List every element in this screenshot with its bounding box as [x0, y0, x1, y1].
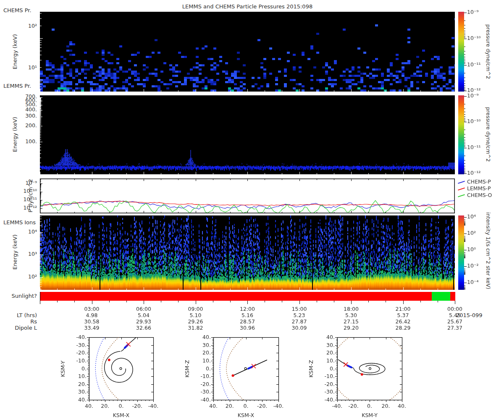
lemms-panel-label: LEMMS Pr. — [3, 83, 31, 89]
orbit-y-tick-label: 40. — [316, 334, 335, 340]
colorbar2-tick-label: 10⁻¹¹ — [467, 144, 481, 150]
time-tick-label: 18:00 — [338, 306, 365, 312]
orbit-x-tick-label: -20. — [253, 403, 271, 409]
orbit-y-tick-label: -20. — [68, 350, 87, 356]
legend-line-swatch — [458, 181, 465, 184]
sunlight-segment — [450, 292, 455, 301]
orbit-x-tick-label: 20. — [220, 403, 239, 409]
colorbar2-tick-label: 10⁻⁹ — [467, 93, 479, 99]
orbit-x-axis-title: KSM-X — [105, 412, 138, 418]
colorbar3-tick-label: 10⁴ — [467, 214, 476, 220]
legend-line-swatch — [458, 187, 465, 190]
rs-value: 27.15 — [338, 319, 365, 325]
orbit-plot-xz-canvas — [209, 333, 283, 404]
colorbar1-tick-label: 10⁻¹¹ — [467, 62, 481, 68]
row-label-rs: Rs — [3, 319, 37, 325]
dipole-l-value: 27.37 — [441, 325, 468, 331]
lemms-y-tick-label: 400. — [15, 107, 37, 113]
ions-spectrogram-canvas — [40, 215, 455, 290]
dipole-l-value: 32.66 — [130, 325, 157, 331]
page-title: LEMMS and CHEMS Particle Pressures 2015:… — [142, 3, 352, 10]
orbit-x-tick-label: -20. — [344, 403, 363, 409]
orbit-y-tick-label: 20. — [68, 381, 87, 387]
pressure-y-tick-label: 10⁻⁹ — [15, 180, 37, 186]
colorbar2-tick-label: 10⁻¹² — [467, 170, 481, 176]
pressure-colorbar-top — [458, 12, 469, 92]
lt-value: 5.45 — [441, 312, 468, 318]
orbit-y-tick-label: 20. — [192, 350, 211, 356]
orbit-y-tick-label: 10. — [316, 358, 335, 364]
time-tick-label: 06:00 — [130, 306, 157, 312]
orbit-y-tick-label: -20. — [316, 381, 335, 387]
orbit-y-tick-label: -10. — [316, 373, 335, 379]
legend-item-label: CHEMS-P — [467, 179, 491, 185]
orbit-x-tick-label: 40. — [393, 403, 411, 409]
figure: LEMMS and CHEMS Particle Pressures 2015:… — [0, 0, 504, 420]
rs-value: 27.87 — [286, 319, 313, 325]
orbit-y-tick-label: -10. — [68, 358, 87, 364]
dipole-l-value: 33.49 — [79, 325, 105, 331]
orbit-y-tick-label: -30. — [192, 389, 211, 395]
orbit-y-tick-label: -40. — [316, 397, 335, 403]
ions-y-tick-label: 10³ — [15, 251, 37, 257]
orbit-y-axis-title: KSM-Y — [60, 348, 66, 390]
dipole-l-value: 29.20 — [338, 325, 365, 331]
orbit-x-tick-label: 20. — [377, 403, 395, 409]
rs-value: 25.67 — [441, 319, 468, 325]
ions-y-tick-label: 10⁴ — [15, 229, 37, 235]
colorbar2-tick-label: 10⁻¹⁰ — [467, 118, 481, 124]
orbit-plot-xy-canvas — [85, 333, 158, 404]
pressure-y-tick-label: 10⁻¹¹ — [15, 197, 37, 202]
lt-value: 5.23 — [286, 312, 313, 318]
orbit-y-tick-label: 30. — [316, 342, 335, 348]
chems-spectrogram-canvas — [40, 12, 455, 92]
lt-value: 5.30 — [338, 312, 365, 318]
pressure-y-tick-label: 10⁻¹⁰ — [15, 188, 37, 194]
pressure-y-tick-label: 10⁻¹² — [15, 205, 37, 211]
orbit-y-axis-title: KSM-Z — [184, 348, 191, 390]
lemms-y-tick-label: 100. — [15, 139, 37, 144]
orbit-y-tick-label: -30. — [68, 342, 87, 348]
pressure-lineplot-canvas — [40, 178, 455, 213]
lt-value: 5.16 — [234, 312, 261, 318]
orbit-plot-yz-canvas — [333, 333, 406, 404]
rs-value: 28.57 — [234, 319, 261, 325]
row-label-dipole: Dipole L — [3, 325, 37, 331]
orbit-y-tick-label: 40. — [68, 397, 87, 403]
orbit-y-tick-label: 0. — [68, 366, 87, 372]
colorbar1-tick-label: 10⁻⁹ — [467, 9, 479, 15]
time-tick-label: 21:00 — [390, 306, 417, 312]
chems-y-tick-label: 10¹ — [15, 65, 37, 71]
rs-value: 30.58 — [79, 319, 105, 325]
orbit-y-tick-label: -40. — [192, 397, 211, 403]
time-tick-label: 12:00 — [234, 306, 261, 312]
legend-item-label: LEMMS-P — [467, 186, 491, 192]
lemms-y-axis-title: Energy (keV) — [12, 113, 18, 155]
colorbar3-title: intensity 1/(s cm^2 ster keV) — [485, 209, 491, 293]
orbit-y-tick-label: -30. — [316, 389, 335, 395]
orbit-x-axis-title: KSM-Y — [353, 412, 386, 418]
orbit-y-tick-label: 40. — [192, 334, 211, 340]
orbit-y-tick-label: -20. — [192, 381, 211, 387]
ions-y-tick-label: 10² — [15, 274, 37, 280]
rs-value: 26.42 — [390, 319, 417, 325]
orbit-y-tick-label: -10. — [192, 373, 211, 379]
colorbar1-tick-label: 10⁻¹⁰ — [467, 35, 481, 41]
orbit-x-tick-label: 40. — [204, 403, 223, 409]
sunlight-segment — [40, 292, 432, 301]
colorbar3-tick-label: 10⁰ — [467, 247, 476, 252]
time-tick-label: 09:00 — [182, 306, 209, 312]
lemms-y-tick-label: 300. — [15, 113, 37, 119]
orbit-y-tick-label: -40. — [68, 334, 87, 340]
orbit-x-tick-label: -40. — [269, 403, 288, 409]
lt-value: 5.04 — [130, 312, 157, 318]
lemms-spectrogram-canvas — [40, 95, 455, 174]
colorbar3-tick-label: 10² — [467, 230, 476, 236]
time-tick-label: 15:00 — [286, 306, 313, 312]
orbit-y-tick-label: 0. — [192, 366, 211, 372]
colorbar2-title: pressure dyne/cm^2 — [485, 101, 491, 168]
lt-value: 5.10 — [182, 312, 209, 318]
dipole-l-value: 28.29 — [390, 325, 417, 331]
chems-y-tick-label: 10² — [15, 23, 37, 29]
orbit-x-axis-title: KSM-X — [229, 412, 263, 418]
